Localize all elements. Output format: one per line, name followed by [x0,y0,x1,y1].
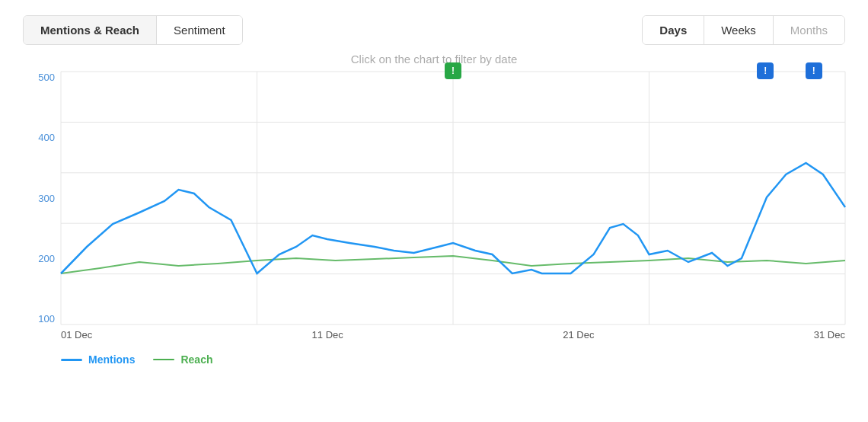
alert-pin-blue-1[interactable]: ! [757,62,774,79]
tab-mentions-reach[interactable]: Mentions & Reach [24,16,157,44]
legend-mentions-line [61,359,82,361]
tab-group: Mentions & Reach Sentiment [23,15,243,45]
x-label-21dec: 21 Dec [563,329,594,340]
y-label-500: 500 [23,72,61,83]
legend: Mentions Reach [23,353,845,366]
period-months[interactable]: Months [774,16,844,44]
legend-reach-label: Reach [180,353,212,366]
period-weeks[interactable]: Weeks [704,16,774,44]
filter-hint: Click on the chart to filter by date [23,53,845,66]
y-label-100: 100 [23,313,61,324]
period-days[interactable]: Days [643,16,704,44]
chart-inner: ! ! ! [61,72,845,324]
main-container: Mentions & Reach Sentiment Days Weeks Mo… [0,0,868,422]
x-axis: 01 Dec 11 Dec 21 Dec 31 Dec [61,324,845,346]
period-group: Days Weeks Months [642,15,845,45]
chart-area: 100 200 300 400 500 [23,72,845,346]
legend-mentions-label: Mentions [88,353,135,366]
alert-pin-green[interactable]: ! [445,62,461,79]
top-bar: Mentions & Reach Sentiment Days Weeks Mo… [23,15,845,45]
x-label-11dec: 11 Dec [312,329,343,340]
alert-pin-blue-2[interactable]: ! [806,62,822,79]
chart-svg [61,72,845,324]
y-label-200: 200 [23,253,61,264]
x-label-31dec: 31 Dec [814,329,845,340]
alert-icon-blue-1: ! [764,66,767,76]
y-label-300: 300 [23,193,61,204]
alert-icon-blue-2: ! [812,66,815,76]
y-label-400: 400 [23,132,61,143]
tab-sentiment[interactable]: Sentiment [157,16,242,44]
alert-icon-green: ! [452,66,455,76]
x-label-01dec: 01 Dec [61,329,92,340]
legend-reach-line [153,359,174,360]
y-axis: 100 200 300 400 500 [23,72,61,346]
legend-mentions: Mentions [61,353,135,366]
legend-reach: Reach [153,353,212,366]
